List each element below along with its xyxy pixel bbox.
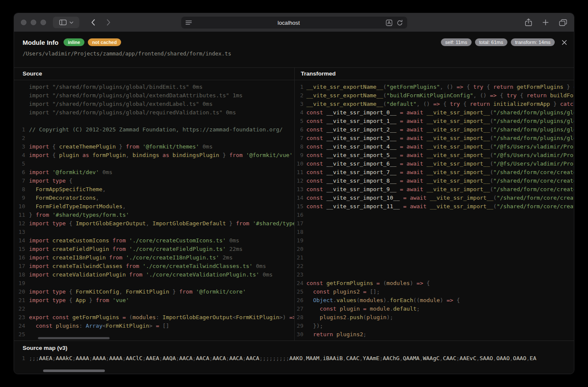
sourcemap-horizontal-scrollbar[interactable] [43,370,105,372]
code-line: 18 [295,228,574,236]
line-number: 11 [295,168,307,177]
code-line: 5const __vite_ssr_import_1__ = await __v… [295,117,574,125]
line-number: 23 [14,313,29,322]
code-text: const __vite_ssr_import_11__ = await __v… [307,202,574,211]
code-text: __vite_ssr_exportName__("getFormPlugins"… [307,83,574,91]
code-line: 24 const plugins: Array<FormKitPlugin> =… [14,322,294,330]
line-number: 5 [14,160,29,168]
line-number: 7 [14,177,29,185]
transformed-code[interactable]: 1__vite_ssr_exportName__("getFormPlugins… [295,80,574,340]
code-line: 20 [295,245,574,253]
code-line: 19 [295,236,574,245]
code-text: const __vite_ssr_import_9__ = await __vi… [307,185,574,194]
source-code[interactable]: import "/shared/form/plugins/global/bind… [14,80,294,340]
sourcemap-title: Source map (v3) [14,341,574,354]
share-button[interactable] [525,18,532,26]
line-number: 25 [295,288,307,296]
line-number: 19 [295,236,307,245]
line-number: 2 [14,134,29,143]
code-line: 1__vite_ssr_exportName__("getFormPlugins… [295,83,574,91]
module-file-path: /Users/vladimir/Projects/zammad/app/fron… [23,50,567,57]
line-number: 16 [14,253,29,262]
code-line: 30 return plugins2; [295,330,574,339]
code-line: 3import { createThemePlugin } from '@for… [14,143,294,151]
line-number: 29 [295,322,307,330]
line-number: 24 [295,279,307,288]
reload-button[interactable] [397,20,403,26]
line-number: 28 [295,313,307,322]
code-text: const __vite_ssr_import_5__ = await __vi… [307,151,574,160]
code-line: 12const __vite_ssr_import_8__ = await __… [295,177,574,185]
code-line: 15const __vite_ssr_import_11__ = await _… [295,202,574,211]
code-line: 9 FormDecoratorIcons, [14,194,294,202]
code-text: const __vite_ssr_import_7__ = await __vi… [307,168,574,177]
sidebar-toggle-button[interactable] [53,17,79,28]
line-number: 14 [14,236,29,245]
page-title: Module Info [23,39,58,46]
transform-time-badge: transform: 14ms [511,38,555,46]
module-info-page: Module Info inline not cached self: 11ms… [14,32,574,374]
tab-overview-button[interactable] [559,19,567,26]
line-number: 15 [14,245,29,253]
code-text: Object.values(modules).forEach((module) … [307,296,460,305]
translate-icon[interactable] [386,20,392,26]
url-text[interactable]: localhost [192,20,386,26]
traffic-light-close[interactable] [21,20,26,25]
traffic-light-minimize[interactable] [31,20,36,25]
traffic-light-zoom[interactable] [41,20,46,25]
line-number: 4 [14,151,29,160]
code-text: const __vite_ssr_import_0__ = await __vi… [307,108,574,117]
code-line: 9const __vite_ssr_import_5__ = await __v… [295,151,574,160]
code-text: const plugins: Array<FormKitPlugin> = [] [29,322,169,330]
code-text: import "/shared/form/plugins/global/exte… [29,91,243,100]
code-text: import type { [29,177,72,185]
horizontal-scrollbar[interactable] [38,337,110,339]
code-line: import "/shared/form/plugins/global/exte… [14,100,294,108]
line-number: 17 [14,262,29,271]
code-text: } from '#shared/types/form.ts' [29,211,129,219]
module-header: Module Info inline not cached self: 11ms… [14,32,574,67]
sourcemap-code[interactable]: 1;;;AAEA;AAAkC;AAAA;AAAA;AAAA;AAClC;AAEA… [14,354,574,363]
close-icon [562,40,567,45]
code-text: return plugins2; [307,330,367,339]
line-number: 21 [295,253,307,262]
code-line: 22 [14,305,294,313]
code-line: 29 }); [295,322,574,330]
line-number: 8 [14,185,29,194]
line-number: 13 [295,185,307,194]
line-number: 22 [14,305,29,313]
line-number [14,117,29,125]
code-line: 14const __vite_ssr_import_10__ = await _… [295,194,574,202]
code-line: 4const __vite_ssr_import_0__ = await __v… [295,108,574,117]
code-text: __vite_ssr_exportName__("default", () =>… [307,100,574,108]
code-text: import { createThemePlugin } from '@form… [29,143,213,151]
code-text: const __vite_ssr_import_8__ = await __vi… [307,177,574,185]
line-number: 20 [14,288,29,296]
code-line: 5 [14,160,294,168]
code-text: import type { ImportGlobEagerOutput, Imp… [29,219,294,228]
forward-button[interactable] [101,17,116,28]
back-button[interactable] [85,17,101,28]
code-text: __vite_ssr_exportName__("buildFormKitPlu… [307,91,574,100]
line-number: 12 [295,177,307,185]
code-text: import "/shared/form/plugins/global/requ… [29,108,236,117]
reader-lines-icon[interactable] [185,20,192,25]
code-text: export const getFormPlugins = (modules: … [29,313,294,322]
line-number: 14 [295,194,307,202]
new-tab-button[interactable] [542,19,549,26]
code-text: import createFieldPlugin from './core/cr… [29,245,243,253]
total-time-badge: total: 61ms [475,38,507,46]
code-line: 10 FormFieldTypeImportModules, [14,202,294,211]
code-line: 13const __vite_ssr_import_9__ = await __… [295,185,574,194]
plus-icon [542,19,549,26]
line-number: 9 [295,151,307,160]
address-bar[interactable]: localhost [181,17,407,29]
chevron-right-icon [107,19,110,26]
line-number: 19 [14,279,29,288]
close-button[interactable] [562,40,567,45]
line-number: 27 [295,305,307,313]
code-line: import "/shared/form/plugins/global/exte… [14,91,294,100]
sidebar-icon [59,20,67,25]
code-text: import { plugin as formPlugin, bindings … [29,151,294,160]
transformed-panel-title: Transformed [295,68,574,80]
